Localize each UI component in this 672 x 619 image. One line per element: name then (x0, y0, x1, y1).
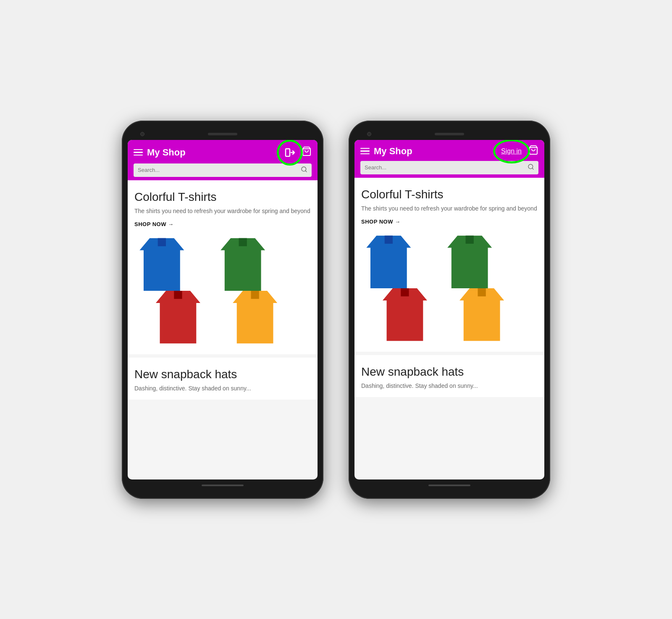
svg-marker-16 (401, 288, 409, 296)
phone-screen-1: My Shop (128, 140, 318, 479)
search-input-2[interactable] (365, 164, 524, 171)
phone-top-bar-2 (354, 128, 544, 140)
search-input-1[interactable] (138, 167, 297, 173)
phone-screen-2: My Shop Sign in (354, 140, 544, 479)
app-content-1: Colorful T-shirts The shirts you need to… (128, 180, 318, 400)
phone-1: My Shop (122, 121, 323, 499)
phone-speaker-2 (435, 133, 464, 135)
app-header-2: My Shop Sign in (354, 140, 544, 178)
hamburger-icon-2[interactable] (360, 148, 370, 155)
phone-camera-1 (140, 132, 144, 136)
search-bar-1 (134, 163, 312, 177)
phone-frame-1: My Shop (122, 121, 323, 499)
tshirts-image-1 (134, 234, 311, 348)
next-section-1: New snapback hats Dashing, distinctive. … (128, 358, 318, 400)
next-section-2: New snapback hats Dashing, distinctive. … (354, 355, 544, 397)
hero-desc-1: The shirts you need to refresh your ward… (134, 207, 311, 216)
hero-title-1: Colorful T-shirts (134, 190, 311, 204)
hamburger-icon[interactable] (134, 149, 143, 156)
next-desc-2: Dashing, distinctive. Stay shaded on sun… (361, 382, 538, 390)
svg-marker-3 (158, 238, 166, 246)
shop-now-button-1[interactable]: SHOP NOW → (134, 221, 311, 227)
svg-marker-9 (251, 291, 259, 299)
hero-section-2: Colorful T-shirts The shirts you need to… (354, 178, 544, 352)
phone-bottom-bar-1 (128, 479, 318, 491)
svg-rect-0 (286, 149, 290, 156)
hero-desc-2: The shirts you need to refresh your ward… (361, 205, 538, 213)
shop-now-button-2[interactable]: SHOP NOW → (361, 219, 538, 225)
cart-icon-2[interactable] (528, 145, 538, 158)
next-title-1: New snapback hats (134, 368, 311, 381)
phone-home-bar-2 (428, 485, 470, 486)
search-button-1[interactable] (301, 166, 307, 174)
phone-frame-2: My Shop Sign in (349, 121, 550, 499)
app-toolbar-1: My Shop (134, 145, 312, 160)
app-content-2: Colorful T-shirts The shirts you need to… (354, 178, 544, 397)
signin-text-button[interactable]: Sign in (499, 146, 524, 157)
app-title-1: My Shop (147, 147, 278, 158)
svg-marker-12 (385, 236, 393, 244)
signin-text-container: Sign in (499, 146, 524, 157)
svg-marker-5 (239, 238, 247, 246)
svg-marker-14 (466, 236, 474, 244)
app-title-2: My Shop (374, 146, 494, 157)
tshirts-image-2 (361, 232, 538, 345)
hero-section-1: Colorful T-shirts The shirts you need to… (128, 180, 318, 355)
next-title-2: New snapback hats (361, 365, 538, 379)
phone-speaker-1 (208, 133, 237, 135)
search-button-2[interactable] (528, 163, 534, 172)
next-desc-1: Dashing, distinctive. Stay shaded on sun… (134, 385, 311, 393)
phone-top-bar-1 (128, 128, 318, 140)
phone-home-bar-1 (202, 485, 244, 486)
search-bar-2 (360, 161, 538, 174)
phone-2: My Shop Sign in (349, 121, 550, 499)
hero-title-2: Colorful T-shirts (361, 188, 538, 201)
svg-marker-7 (174, 291, 182, 299)
signin-icon[interactable] (282, 145, 297, 160)
phone-camera-2 (367, 132, 371, 136)
signin-icon-button[interactable] (282, 145, 297, 160)
phone-bottom-bar-2 (354, 479, 544, 491)
svg-marker-18 (478, 288, 486, 296)
app-header-1: My Shop (128, 140, 318, 180)
app-toolbar-2: My Shop Sign in (360, 145, 538, 158)
cart-icon-1[interactable] (302, 146, 312, 159)
